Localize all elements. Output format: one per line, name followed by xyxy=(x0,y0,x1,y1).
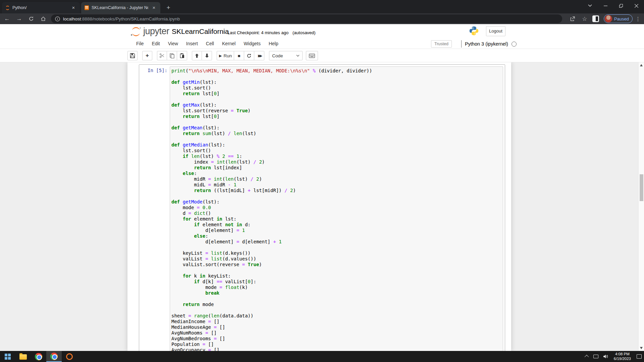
menu-view[interactable]: View xyxy=(164,39,182,49)
menu-help[interactable]: Help xyxy=(265,39,282,49)
window-controls xyxy=(582,0,644,11)
minimize-button[interactable] xyxy=(598,0,613,11)
scrollbar-thumb[interactable] xyxy=(640,174,643,201)
tab-sklearn-notebook[interactable]: SKLearnCalifornia - Jupyter Note × xyxy=(81,2,160,13)
action-center-icon[interactable] xyxy=(637,354,642,359)
code-line: valList = list(d.values()) xyxy=(171,256,501,262)
side-panel-extension-icon[interactable] xyxy=(592,15,599,22)
profile-chip[interactable]: Paused xyxy=(604,14,633,23)
url-text: localhost:8888/notebooks/Python/SKLearnC… xyxy=(63,16,180,21)
code-line: MedianIncome = [] xyxy=(171,319,501,324)
paste-cell-button[interactable] xyxy=(177,51,187,60)
code-line: else: xyxy=(171,233,501,239)
move-cell-down-button[interactable] xyxy=(202,51,212,60)
site-info-icon[interactable] xyxy=(55,16,60,21)
code-line: return mode xyxy=(171,302,501,307)
arrow-up-icon xyxy=(195,53,199,58)
cut-cell-button[interactable] xyxy=(157,51,167,60)
code-line xyxy=(171,74,501,79)
move-cell-up-button[interactable] xyxy=(192,51,202,60)
browser-menu-icon[interactable]: ⋮ xyxy=(635,16,641,22)
code-editor[interactable]: print("\n%s\nMIN, MAX, MEAN, MEDIAN, MOD… xyxy=(171,68,501,351)
run-cell-button[interactable]: ▶ Run xyxy=(217,51,234,60)
save-button[interactable] xyxy=(127,51,138,60)
code-line xyxy=(171,245,501,250)
taskbar-clock[interactable]: 4:08 PM 6/19/2023 xyxy=(614,352,631,361)
code-line: mode = 0.0 xyxy=(171,205,501,210)
display-network-icon[interactable] xyxy=(593,355,598,358)
share-icon[interactable] xyxy=(568,14,578,23)
command-palette-button[interactable] xyxy=(306,51,318,60)
jupyter-page: jupyter SKLearnCalifornia Last Checkpoin… xyxy=(0,24,644,351)
trusted-badge[interactable]: Trusted xyxy=(431,40,452,48)
autosave-status: (autosaved) xyxy=(292,30,316,35)
restart-kernel-button[interactable] xyxy=(244,51,254,60)
cell-type-select[interactable]: Code xyxy=(269,51,303,60)
code-line: else: xyxy=(171,171,501,176)
code-line: sheet = range(len(data.data)) xyxy=(171,313,501,319)
reload-icon[interactable] xyxy=(26,14,36,23)
url-path: :8888/notebooks/Python/SKLearnCalifornia… xyxy=(81,16,180,21)
tab-close-icon[interactable]: × xyxy=(70,5,76,11)
code-line: keyList = list(d.keys()) xyxy=(171,250,501,256)
home-icon[interactable] xyxy=(38,14,48,23)
tab-close-icon[interactable]: × xyxy=(151,5,157,11)
tab-search-chevron-icon[interactable] xyxy=(582,0,598,11)
notebook-scrollbar[interactable] xyxy=(638,62,644,351)
forward-icon[interactable]: → xyxy=(14,14,24,23)
toolbar-right-icons: ☆ Paused ⋮ xyxy=(566,14,641,23)
file-explorer-button[interactable] xyxy=(15,351,31,362)
notebook-favicon-icon xyxy=(85,5,89,10)
code-line: return lst[0] xyxy=(171,91,501,97)
back-icon[interactable]: ← xyxy=(2,14,12,23)
code-line: AvgNumBedrooms = [] xyxy=(171,336,501,342)
code-line: if len(lst) % 2 == 1: xyxy=(171,154,501,159)
tab-title: SKLearnCalifornia - Jupyter Note xyxy=(92,5,148,10)
jupyter-ring-icon xyxy=(66,353,73,360)
scroll-up-arrow-icon[interactable] xyxy=(640,64,643,66)
start-button[interactable] xyxy=(0,351,15,362)
menu-file[interactable]: File xyxy=(132,39,148,49)
notebook-scroll-area[interactable]: In [5]: print("\n%s\nMIN, MAX, MEAN, MED… xyxy=(0,62,644,351)
maximize-button[interactable] xyxy=(613,0,629,11)
close-window-button[interactable] xyxy=(629,0,644,11)
menu-insert[interactable]: Insert xyxy=(182,39,202,49)
jupyter-taskbar-button[interactable] xyxy=(62,351,77,362)
restart-run-all-button[interactable]: ▶▶ xyxy=(254,51,264,60)
code-line: def getMax(lst): xyxy=(171,102,501,108)
menu-widgets[interactable]: Widgets xyxy=(239,39,265,49)
chrome-active-window-button[interactable] xyxy=(46,351,62,362)
address-bar[interactable]: localhost:8888/notebooks/Python/SKLearnC… xyxy=(51,14,562,23)
code-line: AvgNumRooms = [] xyxy=(171,330,501,336)
code-line: midR = int(len(lst) / 2) xyxy=(171,176,501,182)
jupyter-favicon-icon xyxy=(5,6,10,10)
code-line: for k in keyList: xyxy=(171,273,501,279)
code-line: if element not in d: xyxy=(171,222,501,228)
code-line: midL = midR - 1 xyxy=(171,182,501,188)
code-line: d[element] = 1 xyxy=(171,228,501,233)
interrupt-kernel-button[interactable]: ■ xyxy=(234,51,244,60)
menu-kernel[interactable]: Kernel xyxy=(218,39,239,49)
speaker-icon[interactable] xyxy=(603,354,608,359)
floppy-icon xyxy=(130,53,135,58)
logout-button[interactable]: Logout xyxy=(486,26,505,36)
notebook-title[interactable]: SKLearnCalifornia xyxy=(172,27,229,36)
code-input-area[interactable]: print("\n%s\nMIN, MAX, MEAN, MEDIAN, MOD… xyxy=(170,66,503,351)
bookmark-star-icon[interactable]: ☆ xyxy=(580,14,590,23)
jupyter-logo[interactable]: jupyter xyxy=(130,26,169,37)
chrome-taskbar-button[interactable] xyxy=(31,351,46,362)
code-line xyxy=(171,119,501,125)
hidden-icons-chevron-icon[interactable] xyxy=(586,355,589,358)
insert-cell-button[interactable]: + xyxy=(142,51,152,60)
scroll-down-arrow-icon[interactable] xyxy=(640,347,643,349)
cell-type-value: Code xyxy=(272,53,283,58)
menu-cell[interactable]: Cell xyxy=(202,39,218,49)
url-host: localhost xyxy=(63,16,81,21)
copy-cell-button[interactable] xyxy=(167,51,177,60)
python-logo-icon xyxy=(469,26,479,37)
tab-python-folder[interactable]: Python/ × xyxy=(2,2,80,13)
menu-edit[interactable]: Edit xyxy=(148,39,164,49)
code-cell[interactable]: In [5]: print("\n%s\nMIN, MAX, MEAN, MED… xyxy=(139,64,505,351)
new-tab-button[interactable]: + xyxy=(164,4,172,12)
code-line: def getMedian(lst): xyxy=(171,142,501,148)
